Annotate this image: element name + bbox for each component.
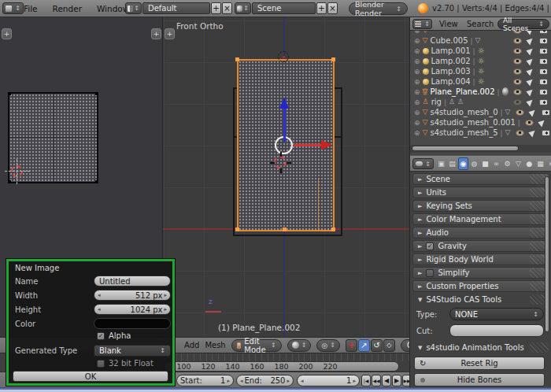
cursor-3d[interactable] [272,154,289,171]
selectability-cursor-icon[interactable] [526,87,534,96]
scale-manipulator-button[interactable]: ◇ [383,339,395,352]
visibility-eye-icon[interactable] [513,31,522,34]
toolshelf-expand-tab[interactable]: + [165,28,175,39]
right-arrow-icon[interactable]: ▸ [164,292,167,298]
outliner-row[interactable]: ⊕ Lamp.002 | ☼ [410,56,551,66]
selectability-cursor-icon[interactable] [526,67,534,76]
left-arrow-icon[interactable]: ◂ [240,378,243,384]
panel-rigid-body-world[interactable]: ►Rigid Body World [412,253,549,265]
object-name[interactable]: Lamp.002 [431,57,471,65]
panel-keying-sets[interactable]: ►Keying Sets [412,200,549,212]
delete-scene-button[interactable]: × [327,2,338,14]
expand-icon[interactable]: ⊕ [414,37,420,45]
selectability-cursor-icon[interactable] [528,108,537,116]
cas-type-select[interactable]: NONE ↕ [449,308,544,320]
visibility-eye-icon[interactable] [513,48,522,54]
scene-name-field[interactable]: Scene [252,2,316,14]
manipulator-toggle[interactable]: + [346,339,357,352]
selectability-cursor-icon[interactable] [538,118,546,127]
panel-custom-properties[interactable]: ►Custom Properties [412,280,549,292]
panel-expand-tab[interactable]: + [2,28,12,39]
right-arrow-icon[interactable]: ▸ [164,306,167,312]
tab-render[interactable]: ▣ [436,157,446,170]
outliner-scrollbar-thumb[interactable] [412,146,519,151]
expand-icon[interactable]: ⊕ [414,47,420,55]
alpha-checkbox[interactable]: ✓ [97,332,105,340]
color-swatch[interactable] [94,318,171,329]
properties-scrollbar[interactable] [545,176,549,332]
timeline-ticks[interactable] [163,353,409,361]
simplify-checkbox[interactable] [426,269,434,277]
expand-icon[interactable]: ⊕ [414,78,420,86]
renderability-camera-icon[interactable] [539,89,548,95]
selectability-cursor-icon[interactable] [528,128,537,137]
editor-type-button[interactable]: ↕ [2,2,24,14]
frame-end-field[interactable]: ◂ End: 250 ▸ [236,375,294,386]
uv-corner[interactable] [95,180,98,183]
uv-corner[interactable] [95,92,98,95]
renderability-camera-icon[interactable] [539,38,548,44]
editor-type-button[interactable]: ↕ [412,158,434,169]
right-arrow-icon[interactable]: ▸ [287,378,290,384]
tab-material[interactable]: ● [524,157,534,170]
height-stepper[interactable]: ◂ 1024 px ▸ [94,304,171,315]
visibility-eye-icon[interactable] [516,109,524,116]
x-arrow-head[interactable] [321,140,332,150]
layout-name-field[interactable]: Default [142,2,210,14]
z-arrow-head[interactable] [279,98,289,109]
panel-expand-tab[interactable]: + [151,28,161,39]
visibility-eye-icon[interactable] [513,89,522,95]
menu-file[interactable]: File [24,4,38,13]
object-name[interactable]: Plane_Plane.002 [430,87,494,96]
delete-layout-button[interactable]: × [222,2,232,14]
outliner-row[interactable]: ⊕ Lamp.004 | ☼ [410,76,551,87]
outliner-row[interactable]: ⊕ ▽ s4studio_mesh_0.001 | [410,117,551,128]
frame-start-field[interactable]: Start: 1 ▸ [176,375,234,386]
tab-modifiers[interactable]: ⚙ [502,157,512,170]
menu-search[interactable]: Search [467,20,494,28]
translate-manipulator-button[interactable]: ↗ [358,339,370,352]
mode-select[interactable]: Edit Mode ↕ [231,339,282,352]
renderability-camera-icon[interactable] [539,68,548,75]
visibility-eye-icon[interactable] [525,120,534,126]
timeline-ruler[interactable]: 100 120 140 160 180 200 220 [165,361,399,372]
ok-button[interactable]: OK [13,371,168,382]
cut-field[interactable] [449,324,544,337]
vertex-dot[interactable] [235,227,239,231]
outliner-row[interactable]: ⊕ ♙ rig | ♙ ♙ [410,97,551,107]
selectability-cursor-icon[interactable] [526,46,534,55]
panel-gravity[interactable]: ►✓Gravity [412,240,549,252]
vertex-dot[interactable] [331,57,335,61]
menu-add[interactable]: Add [184,341,199,349]
expand-icon[interactable]: ⊕ [414,98,420,106]
expand-icon[interactable]: ⊕ [414,57,420,65]
expand-icon[interactable]: ⊕ [414,109,420,116]
panel-simplify[interactable]: ►Simplify [412,267,549,279]
panel-cas-tools[interactable]: ▼S4Studio CAS Tools [412,294,549,305]
add-scene-button[interactable]: + [316,2,327,14]
prev-keyframe-button[interactable]: ◀◀ [372,375,381,386]
right-arrow-icon[interactable]: ▸ [353,378,356,384]
renderability-camera-icon[interactable] [539,31,548,34]
outliner-row[interactable]: ⊕ Lamp.001 | ☼ [410,46,551,56]
outliner-row[interactable]: ⊕ ▽ s4studio_mesh_5 | ▽ [410,128,551,138]
z-arrow-shaft[interactable] [283,109,286,142]
uv-2d-cursor[interactable] [5,159,30,184]
selectability-cursor-icon[interactable] [526,31,534,35]
renderability-camera-icon[interactable] [539,99,548,105]
uv-corner[interactable] [8,92,11,95]
generated-type-select[interactable]: Blank ↕ [94,345,171,357]
renderability-camera-icon[interactable] [539,48,548,54]
renderability-camera-icon[interactable] [542,130,550,136]
outliner-row-active[interactable]: ⊕ ▽ Plane_Plane.002 | [410,87,551,97]
vertex-dot[interactable] [235,57,239,61]
selectability-cursor-icon[interactable] [526,36,534,45]
pivot-select[interactable]: ◎ ↕ [316,339,340,352]
width-stepper[interactable]: ◂ 512 px ▸ [94,290,171,301]
display-mode-select[interactable]: All Scenes ↕ [497,19,549,29]
visibility-eye-icon[interactable] [513,79,522,85]
tab-object-data[interactable]: ▽ [513,157,523,170]
object-name[interactable]: s4studio_mesh_5 [430,128,497,137]
tab-world[interactable]: ◍ [469,157,479,170]
outliner-row[interactable]: ⊕ ▽ s4studio_mesh_0 | ▽ [410,107,551,117]
